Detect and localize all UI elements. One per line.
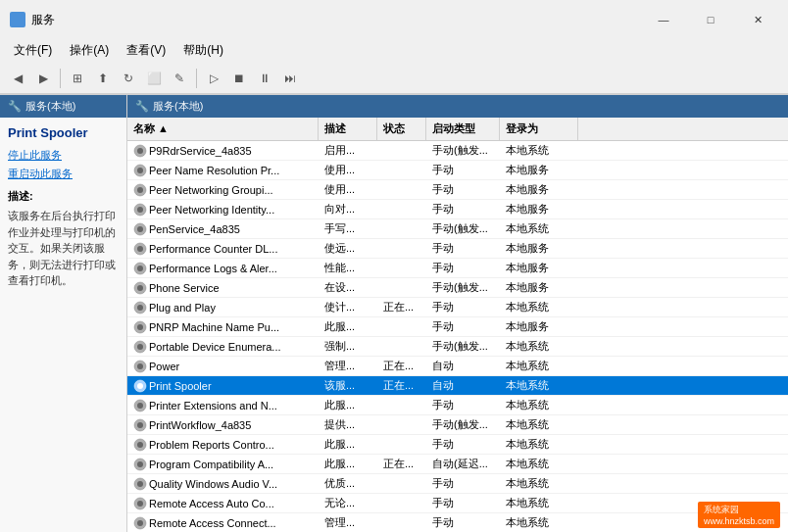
- service-startup-cell: 手动(触发...: [426, 141, 500, 160]
- svg-point-9: [137, 226, 143, 232]
- col-header-desc[interactable]: 描述: [319, 118, 377, 140]
- service-status-cell: [377, 482, 426, 486]
- service-status-cell: [377, 345, 426, 349]
- stop-service-link[interactable]: 停止此服务: [8, 148, 119, 163]
- service-icon: [133, 242, 147, 256]
- service-name: Power: [149, 361, 179, 372]
- forward-button[interactable]: ▶: [31, 67, 55, 90]
- menu-bar: 文件(F)操作(A)查看(V)帮助(H): [0, 37, 788, 64]
- service-desc-cell: 使用...: [319, 161, 377, 179]
- service-name-cell: Performance Counter DL...: [127, 240, 319, 258]
- service-name-cell: Plug and Play: [127, 299, 319, 316]
- service-name: Performance Counter DL...: [149, 243, 277, 255]
- service-icon: [133, 458, 147, 471]
- table-row[interactable]: PenService_4a835 手写... 手动(触发... 本地系统: [127, 219, 788, 239]
- service-desc-cell: 使计...: [319, 298, 377, 316]
- service-startup-cell: 手动(触发...: [426, 337, 500, 356]
- service-login-cell: 本地系统: [500, 455, 578, 473]
- service-icon: [133, 477, 147, 491]
- pause-service-button[interactable]: ⏸: [253, 67, 276, 90]
- table-row[interactable]: Remote Access Connect... 管理... 手动 本地系统: [127, 513, 788, 532]
- service-name-cell: Phone Service: [127, 279, 319, 297]
- table-row[interactable]: Portable Device Enumera... 强制... 手动(触发..…: [127, 337, 788, 357]
- service-name: PenService_4a835: [149, 223, 240, 235]
- back-button[interactable]: ◀: [6, 67, 29, 90]
- service-icon: [133, 516, 147, 530]
- service-desc-cell: 强制...: [319, 337, 377, 356]
- up-button[interactable]: ⬆: [91, 67, 115, 90]
- service-login-cell: 本地系统: [500, 219, 578, 238]
- col-header-login[interactable]: 登录为: [500, 118, 578, 140]
- svg-point-19: [137, 324, 143, 330]
- properties-button[interactable]: ✎: [168, 67, 191, 90]
- col-header-startup[interactable]: 启动类型: [426, 118, 500, 140]
- menu-item[interactable]: 文件(F): [6, 39, 60, 62]
- table-row[interactable]: P9RdrService_4a835 启用... 手动(触发... 本地系统: [127, 141, 788, 161]
- table-row[interactable]: Power 管理... 正在... 自动 本地系统: [127, 357, 788, 376]
- services-table[interactable]: 名称 ▲ 描述 状态 启动类型 登录为 P9RdrService_4a835 启…: [127, 118, 788, 532]
- table-row[interactable]: Peer Networking Groupi... 使用... 手动 本地服务: [127, 180, 788, 200]
- service-login-cell: 本地服务: [500, 278, 578, 297]
- svg-point-33: [137, 461, 143, 467]
- service-name-cell: Remote Access Auto Co...: [127, 495, 319, 512]
- service-status-cell: [377, 521, 426, 525]
- export-button[interactable]: ⬜: [142, 67, 166, 90]
- service-name-cell: Printer Extensions and N...: [127, 397, 319, 414]
- service-startup-cell: 手动(触发...: [426, 415, 500, 434]
- svg-point-15: [137, 285, 143, 291]
- menu-item[interactable]: 查看(V): [119, 39, 173, 62]
- service-icon: [133, 438, 147, 452]
- table-row[interactable]: Problem Reports Contro... 此服... 手动 本地系统: [127, 435, 788, 455]
- service-icon: [133, 320, 147, 334]
- service-desc-cell: 使远...: [319, 239, 377, 258]
- table-row[interactable]: Program Compatibility A... 此服... 正在... 自…: [127, 455, 788, 474]
- service-login-cell: 本地服务: [500, 259, 578, 277]
- service-startup-cell: 手动(触发...: [426, 278, 500, 297]
- service-desc-cell: 此服...: [319, 435, 377, 454]
- service-name-cell: Remote Access Connect...: [127, 514, 319, 532]
- table-row[interactable]: PNRP Machine Name Pu... 此服... 手动 本地服务: [127, 317, 788, 337]
- menu-item[interactable]: 帮助(H): [175, 39, 231, 62]
- refresh-button[interactable]: ↻: [117, 67, 140, 90]
- service-status-cell: [377, 404, 426, 408]
- table-row[interactable]: Printer Extensions and N... 此服... 手动 本地系…: [127, 396, 788, 415]
- service-status-cell: [377, 227, 426, 231]
- svg-point-35: [137, 481, 143, 487]
- service-status-cell: [377, 247, 426, 251]
- service-startup-cell: 手动: [426, 298, 500, 316]
- stop-service-button[interactable]: ⏹: [227, 67, 251, 90]
- table-row[interactable]: Plug and Play 使计... 正在... 手动 本地系统: [127, 298, 788, 317]
- service-login-cell: 本地系统: [500, 141, 578, 160]
- table-row[interactable]: Print Spooler 该服... 正在... 自动 本地系统: [127, 376, 788, 396]
- service-desc-cell: 在设...: [319, 278, 377, 297]
- start-service-button[interactable]: ▷: [202, 67, 225, 90]
- col-header-name[interactable]: 名称 ▲: [127, 118, 319, 140]
- service-name-cell: PNRP Machine Name Pu...: [127, 318, 319, 336]
- table-row[interactable]: Quality Windows Audio V... 优质... 手动 本地系统: [127, 474, 788, 494]
- service-desc-cell: 性能...: [319, 259, 377, 277]
- service-status-cell: [377, 266, 426, 270]
- selected-service-name: Print Spooler: [8, 125, 119, 140]
- table-row[interactable]: Peer Networking Identity... 向对... 手动 本地服…: [127, 200, 788, 219]
- table-row[interactable]: Performance Counter DL... 使远... 手动 本地服务: [127, 239, 788, 259]
- menu-item[interactable]: 操作(A): [62, 39, 117, 62]
- service-startup-cell: 手动: [426, 513, 500, 532]
- service-status-cell: 正在...: [377, 376, 426, 395]
- svg-point-21: [137, 344, 143, 350]
- table-row[interactable]: Remote Access Auto Co... 无论... 手动 本地系统: [127, 494, 788, 513]
- minimize-button[interactable]: —: [641, 6, 686, 33]
- table-row[interactable]: Performance Logs & Aler... 性能... 手动 本地服务: [127, 259, 788, 278]
- restart-service-button[interactable]: ⏭: [278, 67, 302, 90]
- table-row[interactable]: Peer Name Resolution Pr... 使用... 手动 本地服务: [127, 161, 788, 180]
- watermark-line2: www.hnzktsb.com: [704, 516, 774, 526]
- col-header-status[interactable]: 状态: [377, 118, 426, 140]
- close-button[interactable]: ✕: [735, 6, 780, 33]
- table-row[interactable]: Phone Service 在设... 手动(触发... 本地服务: [127, 278, 788, 298]
- service-login-cell: 本地系统: [500, 415, 578, 434]
- restart-service-link[interactable]: 重启动此服务: [8, 167, 119, 181]
- show-hide-button[interactable]: ⊞: [66, 67, 89, 90]
- service-startup-cell: 手动: [426, 259, 500, 277]
- service-name: Quality Windows Audio V...: [149, 478, 277, 490]
- maximize-button[interactable]: □: [688, 6, 733, 33]
- table-row[interactable]: PrintWorkflow_4a835 提供... 手动(触发... 本地系统: [127, 415, 788, 435]
